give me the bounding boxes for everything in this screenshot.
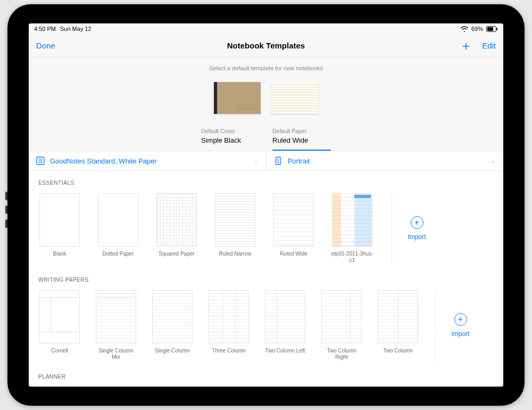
template-custom[interactable]: etp01-2011-3hus-c1 <box>331 193 373 264</box>
template-label: etp01-2011-3hus-c1 <box>331 251 373 264</box>
preview-area: Select a default template for new notebo… <box>29 58 503 151</box>
import-essentials-button[interactable]: + Import <box>392 193 430 264</box>
edit-button[interactable]: Edit <box>482 41 496 50</box>
template-thumb <box>156 193 197 247</box>
template-thumb <box>321 290 362 343</box>
template-thumb <box>152 290 193 343</box>
svg-rect-2 <box>497 28 498 30</box>
template-two-column-right[interactable]: Two Column Right <box>320 290 363 360</box>
battery-percent: 69% <box>471 26 483 32</box>
template-single-column-mix[interactable]: Single Column Mix <box>95 290 137 360</box>
template-squared-paper[interactable]: Squared Paper <box>155 193 198 257</box>
orientation-selector[interactable]: Portrait ⌄ <box>267 151 504 170</box>
essentials-grid: Blank Dotted Paper Squared Paper Ruled N… <box>29 189 503 268</box>
template-thumb <box>265 290 305 343</box>
tab-default-paper[interactable]: Default Paper Ruled Wide <box>272 128 331 151</box>
import-writing-button[interactable]: + Import <box>435 290 473 360</box>
template-label: Cornell <box>51 348 68 354</box>
add-button[interactable]: ＋ <box>460 39 472 52</box>
template-two-column[interactable]: Two Column <box>377 290 419 354</box>
chevron-down-icon: ⌄ <box>491 157 496 165</box>
template-label: Single Column <box>155 348 189 354</box>
plus-circle-icon: + <box>454 313 467 326</box>
tab-default-cover[interactable]: Default Cover Simple Black <box>201 128 260 151</box>
template-thumb <box>378 290 418 343</box>
orientation-value: Portrait <box>288 157 486 165</box>
tab-cover-caption: Default Cover <box>201 128 260 134</box>
template-label: Ruled Wide <box>280 251 307 257</box>
template-thumb <box>96 290 136 343</box>
template-thumb <box>273 193 314 247</box>
done-button[interactable]: Done <box>36 41 55 50</box>
import-label: Import <box>451 330 469 338</box>
preview-subtitle: Select a default template for new notebo… <box>29 65 503 71</box>
section-header-writing: WRITING PAPERS <box>29 268 503 286</box>
template-label: Two Column Right <box>320 348 363 360</box>
template-cornell[interactable]: Cornell <box>38 290 81 354</box>
paper-style-selector[interactable]: GoodNotes Standard, White Paper ⌄ <box>29 151 267 170</box>
plus-circle-icon: + <box>411 216 423 229</box>
template-label: Dotted Paper <box>103 251 134 257</box>
default-cover-thumbnail[interactable] <box>214 82 261 114</box>
section-header-planner: PLANNER <box>29 365 503 383</box>
paper-style-value: GoodNotes Standard, White Paper <box>50 157 248 165</box>
template-label: Two Column Left <box>265 348 305 354</box>
template-label: Ruled Narrow <box>219 251 251 257</box>
default-paper-thumbnail[interactable] <box>271 82 318 114</box>
paper-style-icon <box>36 157 45 165</box>
template-label: Three Column <box>212 348 245 354</box>
battery-icon <box>486 26 498 32</box>
status-date: Sun May 12 <box>60 26 92 32</box>
status-bar: 4:50 PM Sun May 12 69% <box>29 23 503 34</box>
tab-paper-value: Ruled Wide <box>272 136 331 144</box>
template-thumb <box>209 290 249 343</box>
template-label: Blank <box>53 251 66 257</box>
template-dotted-paper[interactable]: Dotted Paper <box>97 193 139 257</box>
template-blank[interactable]: Blank <box>38 193 81 257</box>
template-two-column-left[interactable]: Two Column Left <box>264 290 306 354</box>
svg-rect-1 <box>487 27 493 31</box>
page-title: Notebook Templates <box>29 41 503 50</box>
template-label: Single Column Mix <box>95 348 137 360</box>
template-label: Squared Paper <box>159 251 194 257</box>
writing-grid: Cornell Single Column Mix Single Column … <box>29 286 503 365</box>
template-label: Two Column <box>383 348 413 354</box>
section-header-essentials: ESSENTIALS <box>29 171 503 189</box>
template-ruled-narrow[interactable]: Ruled Narrow <box>214 193 256 257</box>
wifi-icon <box>461 26 468 32</box>
template-thumb <box>215 193 255 247</box>
navbar: Done Notebook Templates ＋ Edit <box>29 34 503 58</box>
template-three-column[interactable]: Three Column <box>207 290 250 354</box>
orientation-icon <box>274 157 282 165</box>
template-thumb <box>39 193 80 247</box>
tab-paper-caption: Default Paper <box>272 128 331 134</box>
chevron-down-icon: ⌄ <box>253 157 259 165</box>
template-thumb <box>332 193 372 247</box>
template-thumb <box>39 290 80 343</box>
import-label: Import <box>408 233 426 241</box>
status-time: 4:50 PM <box>34 26 56 32</box>
template-ruled-wide[interactable]: Ruled Wide <box>272 193 315 257</box>
template-thumb <box>98 193 138 247</box>
tab-cover-value: Simple Black <box>201 136 260 144</box>
template-single-column[interactable]: Single Column <box>151 290 194 354</box>
